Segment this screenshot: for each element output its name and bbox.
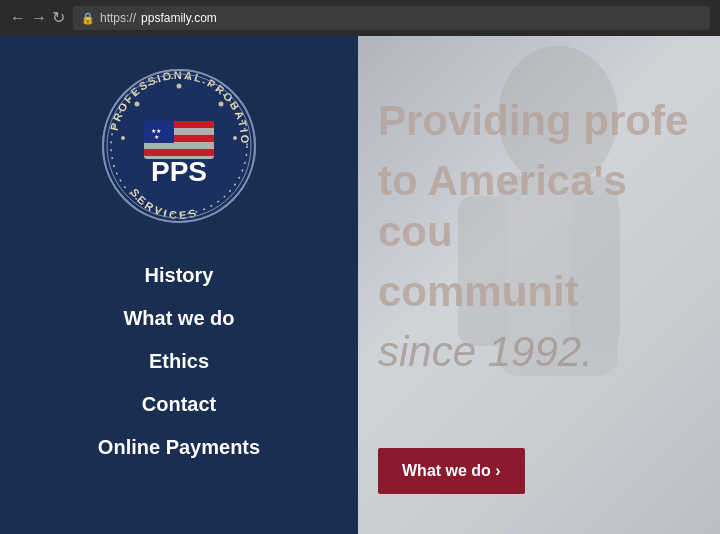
url-prefix: https:// bbox=[100, 11, 136, 25]
url-domain: ppsfamily.com bbox=[141, 11, 217, 25]
nav-item-ethics[interactable]: Ethics bbox=[20, 342, 338, 381]
browser-chrome: ← → ↻ 🔒 https:// ppsfamily.com bbox=[0, 0, 720, 36]
nav-item-what-we-do[interactable]: What we do bbox=[20, 299, 338, 338]
forward-button[interactable]: → bbox=[31, 10, 47, 26]
cta-button[interactable]: What we do › bbox=[378, 448, 525, 494]
hero-heading-line3: communit bbox=[378, 267, 710, 317]
svg-text:★: ★ bbox=[154, 134, 159, 140]
main-content: PROFESSIONAL PROBATION SERVICES bbox=[0, 36, 720, 534]
svg-point-7 bbox=[219, 102, 224, 107]
address-bar[interactable]: 🔒 https:// ppsfamily.com bbox=[73, 6, 710, 30]
back-button[interactable]: ← bbox=[10, 10, 26, 26]
nav-item-online-payments[interactable]: Online Payments bbox=[20, 428, 338, 467]
svg-rect-13 bbox=[144, 149, 214, 156]
browser-nav-buttons: ← → ↻ bbox=[10, 10, 65, 26]
nav-item-history[interactable]: History bbox=[20, 256, 338, 295]
content-area: Providing profe to America's cou communi… bbox=[358, 36, 720, 534]
hero-text: Providing profe to America's cou communi… bbox=[378, 96, 710, 376]
logo-container: PROFESSIONAL PROBATION SERVICES bbox=[99, 66, 259, 226]
nav-menu: History What we do Ethics Contact Online… bbox=[20, 256, 338, 467]
hero-heading-line1: Providing profe bbox=[378, 96, 710, 146]
hero-heading-line2: to America's cou bbox=[378, 156, 710, 257]
pps-logo: PROFESSIONAL PROBATION SERVICES bbox=[99, 66, 259, 226]
svg-point-5 bbox=[177, 84, 182, 89]
svg-point-9 bbox=[233, 136, 237, 140]
svg-point-8 bbox=[121, 136, 125, 140]
lock-icon: 🔒 bbox=[81, 12, 95, 25]
svg-point-6 bbox=[135, 102, 140, 107]
nav-item-contact[interactable]: Contact bbox=[20, 385, 338, 424]
hero-subtext: since 1992. bbox=[378, 328, 710, 376]
svg-text:PPS: PPS bbox=[151, 156, 207, 187]
sidebar: PROFESSIONAL PROBATION SERVICES bbox=[0, 36, 358, 534]
refresh-button[interactable]: ↻ bbox=[52, 10, 65, 26]
